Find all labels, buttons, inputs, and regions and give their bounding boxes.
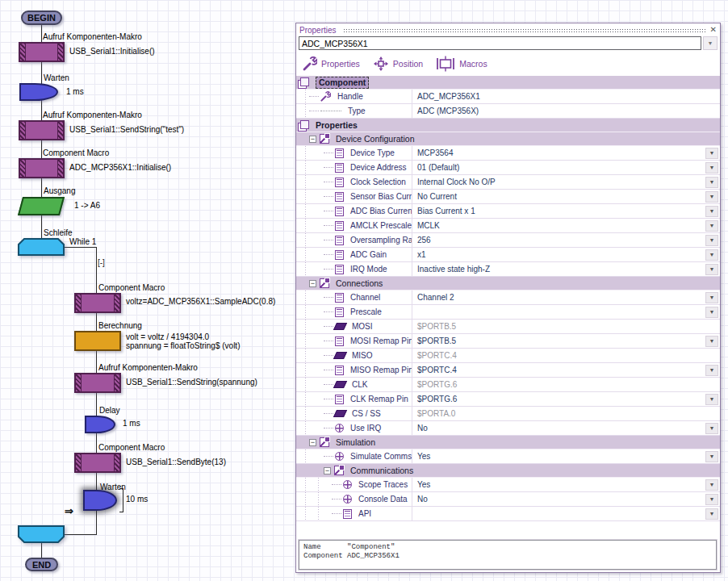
dropdown-button[interactable]: ▼ bbox=[705, 191, 718, 203]
property-row[interactable]: ADC Gainx1▼ bbox=[296, 248, 720, 262]
property-value[interactable]: ADC_MCP356X1 bbox=[412, 90, 704, 103]
dropdown-button[interactable]: ▼ bbox=[705, 394, 718, 405]
property-row[interactable]: ChannelChannel 2▼ bbox=[296, 290, 720, 305]
dropdown-button[interactable]: ▼ bbox=[705, 307, 718, 318]
panel-title-bar[interactable]: Properties ✕ bbox=[296, 23, 720, 36]
dropdown-button[interactable]: ▼ bbox=[705, 451, 718, 462]
property-row[interactable]: MISO Remap Pin$PORTC.4▼ bbox=[296, 363, 720, 378]
property-value[interactable]: $PORTA.0 bbox=[412, 407, 704, 420]
component-selector-value[interactable]: ADC_MCP356X1 bbox=[299, 36, 701, 50]
delay-node[interactable] bbox=[19, 83, 58, 101]
property-value[interactable]: x1 bbox=[412, 248, 704, 261]
property-row[interactable]: Simulate CommsYes▼ bbox=[296, 449, 720, 464]
property-value[interactable]: MCLK bbox=[412, 219, 704, 232]
close-icon[interactable]: ✕ bbox=[710, 26, 717, 34]
delay-node-selected[interactable] bbox=[83, 490, 117, 511]
group-header-row[interactable]: Properties bbox=[296, 119, 720, 132]
dropdown-button[interactable]: ▼ bbox=[705, 479, 718, 491]
property-row[interactable]: Use IRQNo▼ bbox=[296, 421, 720, 436]
property-value[interactable]: $PORTG.6 bbox=[412, 378, 704, 391]
property-row[interactable]: CLK Remap Pin$PORTG.6▼ bbox=[296, 392, 720, 407]
property-value[interactable]: 256 bbox=[412, 233, 704, 247]
dropdown-button[interactable]: ▼ bbox=[705, 508, 718, 520]
property-row[interactable]: API▼ bbox=[296, 507, 720, 521]
dropdown-button[interactable]: ▼ bbox=[705, 249, 718, 261]
group-header-row[interactable]: Component bbox=[296, 76, 720, 90]
property-row[interactable]: IRQ ModeInactive state high-Z▼ bbox=[296, 262, 720, 277]
delay-node[interactable] bbox=[85, 416, 115, 433]
property-row[interactable]: ADC Bias CurrentBias Current x 1▼ bbox=[296, 204, 720, 219]
tab-position[interactable]: Position bbox=[373, 56, 423, 72]
tab-macros[interactable]: Macros bbox=[436, 56, 487, 72]
dropdown-button[interactable]: ▼ bbox=[705, 220, 718, 232]
collapse-marker[interactable]: [-] bbox=[98, 258, 105, 267]
property-row[interactable]: Sensor Bias Curr...No Current▼ bbox=[296, 190, 720, 204]
property-row[interactable]: MISO$PORTC.4 bbox=[296, 349, 720, 363]
dropdown-button[interactable]: ▼ bbox=[705, 336, 718, 347]
property-value[interactable]: Internal Clock No O/P bbox=[412, 175, 704, 189]
dropdown-button[interactable]: ▼ bbox=[705, 423, 718, 434]
property-value[interactable] bbox=[412, 507, 704, 520]
property-row[interactable]: CS / SS$PORTA.0 bbox=[296, 407, 720, 421]
property-row[interactable]: CLK$PORTG.6 bbox=[296, 378, 720, 392]
dropdown-button[interactable]: ▼ bbox=[705, 264, 718, 275]
property-value[interactable]: $PORTC.4 bbox=[412, 349, 704, 362]
dropdown-button[interactable]: ▼ bbox=[705, 148, 718, 159]
property-value[interactable]: ADC (MCP356X) bbox=[412, 104, 704, 118]
property-row[interactable]: Prescale▼ bbox=[296, 305, 720, 320]
property-value[interactable]: No bbox=[412, 492, 704, 506]
property-value[interactable]: No bbox=[412, 421, 704, 435]
property-row[interactable]: Oversampling Ratio256▼ bbox=[296, 233, 720, 248]
property-row[interactable]: Device Address01 (Default)▼ bbox=[296, 161, 720, 175]
property-row[interactable]: TypeADC (MCP356X) bbox=[296, 104, 720, 119]
collapse-expander-icon[interactable]: − bbox=[309, 439, 316, 446]
subgroup-header-row[interactable]: −Communications bbox=[296, 464, 720, 478]
component-macro-node[interactable] bbox=[74, 453, 121, 473]
begin-node[interactable]: BEGIN bbox=[21, 10, 62, 25]
property-value[interactable]: Yes bbox=[412, 478, 704, 491]
call-macro-node[interactable] bbox=[19, 120, 65, 140]
collapse-expander-icon[interactable]: − bbox=[309, 136, 316, 143]
property-value[interactable]: Yes bbox=[412, 449, 704, 463]
dropdown-button[interactable]: ▼ bbox=[705, 235, 718, 246]
property-row[interactable]: Clock SelectionInternal Clock No O/P▼ bbox=[296, 175, 720, 190]
dropdown-button[interactable]: ▼ bbox=[705, 494, 718, 505]
property-value[interactable]: Channel 2 bbox=[412, 290, 704, 304]
collapse-expander-icon[interactable]: − bbox=[309, 280, 316, 287]
property-value[interactable]: No Current bbox=[412, 190, 704, 203]
property-row[interactable]: MOSI Remap Pin$PORTB.5▼ bbox=[296, 334, 720, 349]
call-macro-node[interactable] bbox=[19, 42, 65, 62]
output-node[interactable] bbox=[18, 197, 65, 215]
call-macro-node[interactable] bbox=[74, 373, 121, 393]
end-node[interactable]: END bbox=[25, 558, 58, 571]
property-value[interactable]: Bias Current x 1 bbox=[412, 204, 704, 218]
component-macro-node[interactable] bbox=[74, 293, 121, 313]
dropdown-button[interactable]: ▼ bbox=[705, 365, 718, 376]
property-value[interactable]: $PORTB.5 bbox=[412, 334, 704, 348]
property-value[interactable]: 01 (Default) bbox=[412, 161, 704, 174]
property-row[interactable]: Device TypeMCP3564▼ bbox=[296, 146, 720, 161]
property-value[interactable]: $PORTB.5 bbox=[412, 320, 704, 333]
subgroup-header-row[interactable]: −Connections bbox=[296, 277, 720, 290]
tab-properties[interactable]: Properties bbox=[303, 56, 360, 71]
property-row[interactable]: AMCLK PrescalerMCLK▼ bbox=[296, 219, 720, 233]
property-value[interactable] bbox=[412, 305, 704, 319]
dropdown-button[interactable]: ▼ bbox=[705, 177, 718, 188]
component-macro-node[interactable] bbox=[19, 158, 65, 178]
property-row[interactable]: MOSI$PORTB.5 bbox=[296, 320, 720, 334]
dropdown-button[interactable]: ▼ bbox=[705, 206, 718, 217]
property-value[interactable]: MCP3564 bbox=[412, 146, 704, 160]
calculation-node[interactable] bbox=[74, 331, 121, 351]
loop-start-node[interactable] bbox=[18, 238, 65, 256]
property-row[interactable]: HandleADC_MCP356X1 bbox=[296, 90, 720, 104]
property-row[interactable]: Console DataNo▼ bbox=[296, 492, 720, 507]
collapse-expander-icon[interactable]: − bbox=[324, 467, 331, 474]
loop-end-node[interactable] bbox=[18, 525, 65, 543]
subgroup-header-row[interactable]: −Device Configuration bbox=[296, 132, 720, 146]
property-value[interactable]: $PORTC.4 bbox=[412, 363, 704, 377]
component-selector-dropdown-icon[interactable]: ▼ bbox=[703, 36, 718, 50]
property-value[interactable]: Inactive state high-Z bbox=[412, 262, 704, 276]
dropdown-button[interactable]: ▼ bbox=[705, 162, 718, 173]
property-value[interactable]: $PORTG.6 bbox=[412, 392, 704, 406]
dropdown-button[interactable]: ▼ bbox=[705, 292, 718, 303]
